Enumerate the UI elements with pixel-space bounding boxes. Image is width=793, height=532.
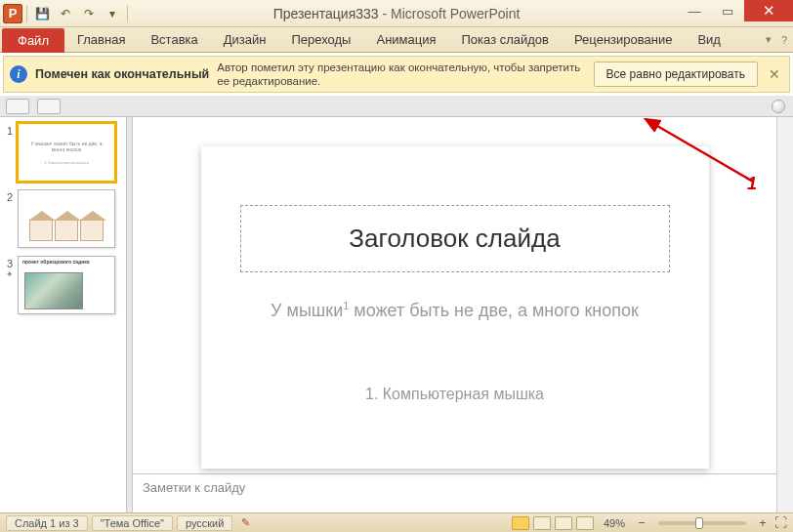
slide-canvas-area: Заголовок слайда У мышки1 может быть не … bbox=[133, 117, 776, 512]
title-bar: P 💾 ↶ ↷ ▾ Презентация333 - Microsoft Pow… bbox=[0, 0, 793, 27]
thumb-number: 3 bbox=[2, 256, 18, 269]
notes-pane[interactable]: Заметки к слайду bbox=[133, 473, 776, 512]
close-button[interactable]: ✕ bbox=[744, 0, 793, 21]
tab-design[interactable]: Дизайн bbox=[211, 27, 279, 52]
panel-tab-outline[interactable] bbox=[37, 99, 61, 114]
footnote-text[interactable]: 1. Компьютерная мышка bbox=[240, 386, 670, 403]
panel-handle-icon[interactable] bbox=[772, 100, 785, 113]
view-slideshow-icon[interactable] bbox=[576, 516, 594, 530]
tab-home[interactable]: Главная bbox=[64, 27, 138, 52]
qat-redo-icon[interactable]: ↷ bbox=[78, 3, 100, 24]
zoom-percent[interactable]: 49% bbox=[604, 517, 625, 529]
edit-anyway-button[interactable]: Все равно редактировать bbox=[594, 61, 758, 87]
file-tab[interactable]: Файл bbox=[2, 28, 64, 53]
info-icon: i bbox=[10, 65, 27, 83]
view-sorter-icon[interactable] bbox=[533, 516, 551, 530]
panel-tab-slides[interactable] bbox=[6, 99, 29, 114]
view-reading-icon[interactable] bbox=[555, 516, 572, 530]
tab-insert[interactable]: Вставка bbox=[138, 27, 210, 52]
zoom-slider[interactable] bbox=[658, 521, 746, 525]
tab-transitions[interactable]: Переходы bbox=[278, 27, 363, 52]
title-placeholder[interactable]: Заголовок слайда bbox=[240, 205, 670, 272]
ribbon-collapse-icon[interactable]: ▾ bbox=[766, 33, 772, 46]
slide-thumbnail-3[interactable]: проект образцового садика bbox=[18, 256, 115, 314]
spellcheck-icon[interactable]: ✎ bbox=[236, 516, 254, 529]
slide-thumbnail-panel: 1 У мышки¹ может быть не две, амного кно… bbox=[0, 117, 127, 512]
zoom-fit-button[interactable]: ⛶ bbox=[773, 515, 787, 530]
panel-view-strip bbox=[0, 96, 793, 117]
status-language[interactable]: русский bbox=[177, 515, 232, 531]
qat-save-icon[interactable]: 💾 bbox=[31, 3, 53, 24]
banner-close-icon[interactable]: ✕ bbox=[766, 66, 783, 82]
tab-review[interactable]: Рецензирование bbox=[562, 27, 685, 52]
animation-indicator-icon: ✦ bbox=[2, 269, 18, 279]
qat-undo-icon[interactable]: ↶ bbox=[55, 3, 76, 24]
minimize-button[interactable]: — bbox=[678, 0, 711, 21]
slide-thumbnail-2[interactable] bbox=[18, 189, 115, 248]
slide-thumbnail-1[interactable]: У мышки¹ может быть не две, амного кнопо… bbox=[18, 123, 115, 182]
ribbon-tabs: Файл Главная Вставка Дизайн Переходы Ани… bbox=[0, 27, 793, 53]
annotation-label: 1 bbox=[747, 174, 757, 194]
maximize-button[interactable]: ▭ bbox=[711, 0, 744, 21]
subtitle-placeholder[interactable]: У мышки1 может быть не две, а много кноп… bbox=[240, 300, 670, 321]
qat-customize-icon[interactable]: ▾ bbox=[102, 3, 123, 24]
vertical-scrollbar[interactable] bbox=[776, 117, 793, 512]
thumb-number: 1 bbox=[2, 123, 18, 137]
banner-title: Помечен как окончательный bbox=[35, 67, 209, 81]
app-icon: P bbox=[3, 4, 22, 23]
status-theme[interactable]: "Тема Office" bbox=[92, 515, 173, 531]
tab-view[interactable]: Вид bbox=[685, 27, 733, 52]
status-bar: Слайд 1 из 3 "Тема Office" русский ✎ 49%… bbox=[0, 512, 793, 532]
tab-animations[interactable]: Анимация bbox=[363, 27, 448, 52]
tab-slideshow[interactable]: Показ слайдов bbox=[449, 27, 563, 52]
thumb-number: 2 bbox=[2, 189, 18, 203]
zoom-out-button[interactable]: − bbox=[635, 515, 648, 530]
protected-banner: i Помечен как окончательный Автор помети… bbox=[3, 56, 790, 93]
help-icon[interactable]: ? bbox=[781, 34, 787, 46]
slide-editor[interactable]: Заголовок слайда У мышки1 может быть не … bbox=[201, 146, 709, 469]
view-normal-icon[interactable] bbox=[512, 516, 529, 530]
status-slide-counter[interactable]: Слайд 1 из 3 bbox=[6, 515, 88, 531]
zoom-in-button[interactable]: + bbox=[756, 515, 770, 530]
banner-message: Автор пометил эту презентацию как оконча… bbox=[217, 61, 585, 89]
